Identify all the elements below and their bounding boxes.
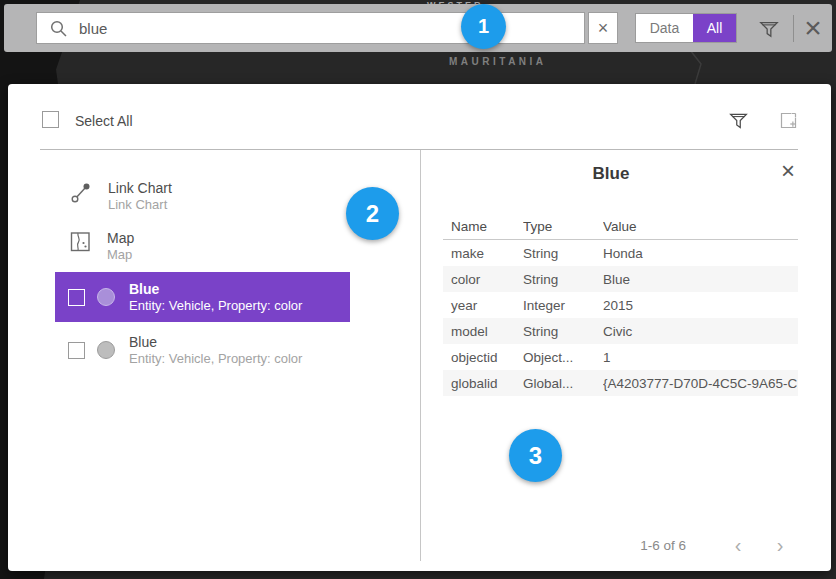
attribute-table: Name Type Value make String Honda color …: [443, 214, 798, 396]
add-to-selection-button[interactable]: [776, 108, 800, 132]
close-icon: ×: [781, 157, 795, 185]
result-item-blue[interactable]: Blue Entity: Vehicle, Property: color: [55, 325, 350, 375]
search-results-panel: Select All Link Char: [8, 84, 831, 571]
result-title: Map: [107, 230, 134, 247]
header-type: Type: [523, 219, 603, 234]
toolbar-filter-button[interactable]: [757, 17, 781, 41]
result-item-link-chart[interactable]: Link Chart Link Chart: [70, 180, 172, 213]
result-title: Blue: [129, 334, 302, 351]
map-label-mauritania: MAURITANIA: [449, 56, 547, 67]
toolbar-divider: [793, 15, 794, 42]
pagination-next-icon[interactable]: ›: [772, 536, 788, 554]
result-checkbox[interactable]: [68, 289, 85, 306]
detail-close-button[interactable]: ×: [775, 158, 801, 184]
table-row: globalid Global... {A4203777-D70D-4C5C-9…: [443, 370, 798, 396]
result-title: Link Chart: [108, 180, 172, 197]
clear-search-button[interactable]: ×: [588, 12, 618, 44]
select-all-label: Select All: [75, 113, 133, 129]
select-all-checkbox[interactable]: [42, 111, 59, 128]
result-item-map[interactable]: Map Map: [70, 230, 134, 263]
app-screen: WESTER MAURITANIA × Data All: [0, 0, 836, 579]
clear-icon: ×: [598, 18, 609, 39]
entity-circle-icon: [97, 288, 115, 306]
table-header-row: Name Type Value: [443, 214, 798, 240]
panel-column-divider: [420, 150, 421, 561]
pagination-prev-icon[interactable]: ‹: [730, 536, 746, 554]
filter-funnel-icon: [758, 18, 780, 40]
panel-header-divider: [40, 149, 798, 150]
callout-badge-3: 3: [509, 429, 562, 482]
pagination-label: 1-6 of 6: [640, 538, 686, 553]
table-row: color String Blue: [443, 266, 798, 292]
toolbar-close-button[interactable]: ×: [797, 12, 829, 44]
pagination: 1-6 of 6 ‹ ›: [443, 534, 788, 556]
result-subtitle: Entity: Vehicle, Property: color: [129, 351, 302, 367]
callout-badge-2: 2: [346, 187, 399, 240]
header-name: Name: [443, 219, 523, 234]
mode-data-option[interactable]: Data: [636, 14, 693, 42]
mode-all-option[interactable]: All: [693, 14, 736, 42]
close-icon: ×: [804, 11, 822, 45]
result-subtitle: Link Chart: [108, 197, 172, 213]
result-subtitle: Map: [107, 247, 134, 263]
search-mode-toggle: Data All: [635, 13, 737, 43]
result-item-blue-selected[interactable]: Blue Entity: Vehicle, Property: color: [55, 272, 350, 322]
link-chart-icon: [70, 180, 92, 204]
table-row: objectid Object... 1: [443, 344, 798, 370]
filter-funnel-icon: [728, 110, 749, 131]
search-icon: [50, 20, 67, 37]
header-value: Value: [603, 219, 798, 234]
table-row: year Integer 2015: [443, 292, 798, 318]
result-checkbox[interactable]: [68, 342, 85, 359]
result-title: Blue: [129, 281, 302, 298]
table-row: make String Honda: [443, 240, 798, 266]
callout-badge-1: 1: [461, 4, 506, 49]
search-toolbar: × Data All ×: [4, 4, 832, 52]
search-input[interactable]: [79, 14, 584, 42]
add-box-icon: [778, 110, 799, 131]
detail-title: Blue: [443, 164, 779, 184]
entity-circle-icon: [97, 341, 115, 359]
map-icon: [70, 230, 91, 253]
table-row: model String Civic: [443, 318, 798, 344]
result-subtitle: Entity: Vehicle, Property: color: [129, 298, 302, 314]
results-filter-button[interactable]: [726, 108, 750, 132]
